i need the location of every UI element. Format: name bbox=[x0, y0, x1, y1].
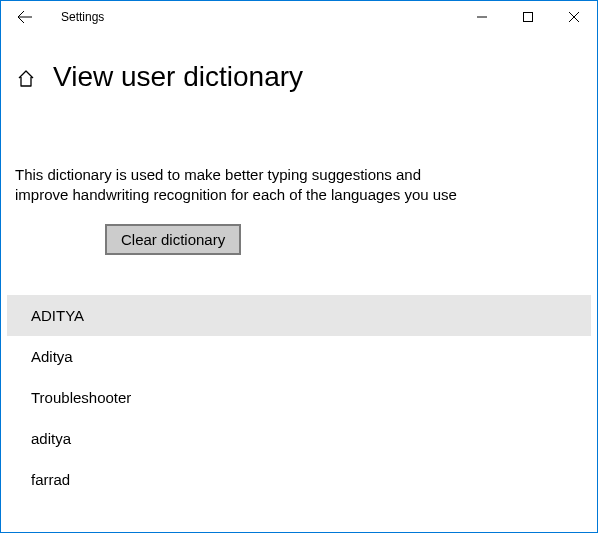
window-title: Settings bbox=[61, 10, 104, 24]
minimize-icon bbox=[477, 12, 487, 22]
page-title: View user dictionary bbox=[53, 61, 303, 93]
word-text: farrad bbox=[31, 471, 70, 488]
window-controls bbox=[459, 1, 597, 33]
list-item[interactable]: Troubleshooter bbox=[7, 377, 591, 418]
maximize-icon bbox=[523, 12, 533, 22]
page-description: This dictionary is used to make better t… bbox=[1, 93, 481, 206]
list-item[interactable]: aditya bbox=[7, 418, 591, 459]
svg-rect-0 bbox=[524, 13, 533, 22]
page-header: View user dictionary bbox=[1, 33, 597, 93]
dictionary-word-list: ADITYA Aditya Troubleshooter aditya farr… bbox=[1, 295, 597, 500]
home-button[interactable] bbox=[15, 68, 37, 90]
clear-button-container: Clear dictionary bbox=[1, 206, 597, 255]
list-item[interactable]: ADITYA bbox=[7, 295, 591, 336]
word-text: ADITYA bbox=[31, 307, 84, 324]
word-text: Troubleshooter bbox=[31, 389, 131, 406]
list-item[interactable]: farrad bbox=[7, 459, 591, 500]
word-text: aditya bbox=[31, 430, 71, 447]
titlebar: Settings bbox=[1, 1, 597, 33]
minimize-button[interactable] bbox=[459, 1, 505, 33]
clear-dictionary-button[interactable]: Clear dictionary bbox=[105, 224, 241, 255]
arrow-left-icon bbox=[17, 9, 33, 25]
maximize-button[interactable] bbox=[505, 1, 551, 33]
close-icon bbox=[569, 12, 579, 22]
home-icon bbox=[16, 69, 36, 89]
back-button[interactable] bbox=[9, 1, 41, 33]
close-button[interactable] bbox=[551, 1, 597, 33]
word-text: Aditya bbox=[31, 348, 73, 365]
list-item[interactable]: Aditya bbox=[7, 336, 591, 377]
